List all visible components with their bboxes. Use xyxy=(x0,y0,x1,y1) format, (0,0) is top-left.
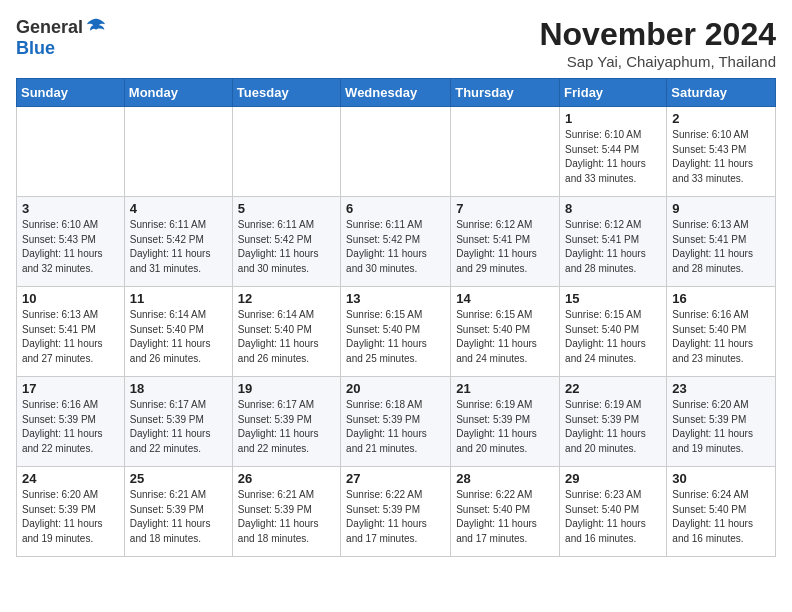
calendar-cell xyxy=(232,107,340,197)
calendar-cell: 4Sunrise: 6:11 AM Sunset: 5:42 PM Daylig… xyxy=(124,197,232,287)
calendar-week-row: 24Sunrise: 6:20 AM Sunset: 5:39 PM Dayli… xyxy=(17,467,776,557)
day-number: 26 xyxy=(238,471,335,486)
day-number: 6 xyxy=(346,201,445,216)
logo-general: General xyxy=(16,17,83,38)
day-info: Sunrise: 6:15 AM Sunset: 5:40 PM Dayligh… xyxy=(565,308,661,366)
calendar-table: SundayMondayTuesdayWednesdayThursdayFrid… xyxy=(16,78,776,557)
calendar-cell: 23Sunrise: 6:20 AM Sunset: 5:39 PM Dayli… xyxy=(667,377,776,467)
calendar-cell: 19Sunrise: 6:17 AM Sunset: 5:39 PM Dayli… xyxy=(232,377,340,467)
calendar-week-row: 1Sunrise: 6:10 AM Sunset: 5:44 PM Daylig… xyxy=(17,107,776,197)
calendar-cell: 29Sunrise: 6:23 AM Sunset: 5:40 PM Dayli… xyxy=(560,467,667,557)
calendar-cell: 6Sunrise: 6:11 AM Sunset: 5:42 PM Daylig… xyxy=(341,197,451,287)
day-number: 20 xyxy=(346,381,445,396)
day-info: Sunrise: 6:14 AM Sunset: 5:40 PM Dayligh… xyxy=(238,308,335,366)
calendar-cell xyxy=(17,107,125,197)
calendar-week-row: 3Sunrise: 6:10 AM Sunset: 5:43 PM Daylig… xyxy=(17,197,776,287)
weekday-header: Thursday xyxy=(451,79,560,107)
logo-bird-icon xyxy=(85,16,107,38)
calendar-cell: 18Sunrise: 6:17 AM Sunset: 5:39 PM Dayli… xyxy=(124,377,232,467)
day-info: Sunrise: 6:12 AM Sunset: 5:41 PM Dayligh… xyxy=(565,218,661,276)
day-info: Sunrise: 6:11 AM Sunset: 5:42 PM Dayligh… xyxy=(346,218,445,276)
day-number: 25 xyxy=(130,471,227,486)
logo: General Blue xyxy=(16,16,107,59)
calendar-header-row: SundayMondayTuesdayWednesdayThursdayFrid… xyxy=(17,79,776,107)
day-number: 22 xyxy=(565,381,661,396)
day-info: Sunrise: 6:22 AM Sunset: 5:40 PM Dayligh… xyxy=(456,488,554,546)
day-info: Sunrise: 6:10 AM Sunset: 5:44 PM Dayligh… xyxy=(565,128,661,186)
day-info: Sunrise: 6:10 AM Sunset: 5:43 PM Dayligh… xyxy=(22,218,119,276)
day-number: 11 xyxy=(130,291,227,306)
weekday-header: Tuesday xyxy=(232,79,340,107)
day-number: 8 xyxy=(565,201,661,216)
weekday-header: Saturday xyxy=(667,79,776,107)
calendar-cell: 24Sunrise: 6:20 AM Sunset: 5:39 PM Dayli… xyxy=(17,467,125,557)
day-info: Sunrise: 6:11 AM Sunset: 5:42 PM Dayligh… xyxy=(130,218,227,276)
day-number: 7 xyxy=(456,201,554,216)
page-header: General Blue November 2024 Sap Yai, Chai… xyxy=(16,16,776,70)
calendar-cell: 7Sunrise: 6:12 AM Sunset: 5:41 PM Daylig… xyxy=(451,197,560,287)
calendar-cell: 3Sunrise: 6:10 AM Sunset: 5:43 PM Daylig… xyxy=(17,197,125,287)
day-number: 19 xyxy=(238,381,335,396)
day-info: Sunrise: 6:21 AM Sunset: 5:39 PM Dayligh… xyxy=(130,488,227,546)
calendar-cell: 22Sunrise: 6:19 AM Sunset: 5:39 PM Dayli… xyxy=(560,377,667,467)
calendar-cell: 13Sunrise: 6:15 AM Sunset: 5:40 PM Dayli… xyxy=(341,287,451,377)
calendar-cell: 30Sunrise: 6:24 AM Sunset: 5:40 PM Dayli… xyxy=(667,467,776,557)
day-number: 12 xyxy=(238,291,335,306)
calendar-cell: 25Sunrise: 6:21 AM Sunset: 5:39 PM Dayli… xyxy=(124,467,232,557)
day-number: 5 xyxy=(238,201,335,216)
calendar-cell: 20Sunrise: 6:18 AM Sunset: 5:39 PM Dayli… xyxy=(341,377,451,467)
calendar-cell: 10Sunrise: 6:13 AM Sunset: 5:41 PM Dayli… xyxy=(17,287,125,377)
day-info: Sunrise: 6:24 AM Sunset: 5:40 PM Dayligh… xyxy=(672,488,770,546)
day-number: 14 xyxy=(456,291,554,306)
logo-blue: Blue xyxy=(16,38,55,59)
day-number: 23 xyxy=(672,381,770,396)
calendar-subtitle: Sap Yai, Chaiyaphum, Thailand xyxy=(539,53,776,70)
day-number: 10 xyxy=(22,291,119,306)
calendar-title: November 2024 xyxy=(539,16,776,53)
day-number: 16 xyxy=(672,291,770,306)
day-info: Sunrise: 6:11 AM Sunset: 5:42 PM Dayligh… xyxy=(238,218,335,276)
calendar-cell: 17Sunrise: 6:16 AM Sunset: 5:39 PM Dayli… xyxy=(17,377,125,467)
calendar-cell xyxy=(341,107,451,197)
calendar-cell: 15Sunrise: 6:15 AM Sunset: 5:40 PM Dayli… xyxy=(560,287,667,377)
day-info: Sunrise: 6:23 AM Sunset: 5:40 PM Dayligh… xyxy=(565,488,661,546)
day-number: 4 xyxy=(130,201,227,216)
day-number: 2 xyxy=(672,111,770,126)
weekday-header: Sunday xyxy=(17,79,125,107)
day-info: Sunrise: 6:19 AM Sunset: 5:39 PM Dayligh… xyxy=(456,398,554,456)
day-info: Sunrise: 6:20 AM Sunset: 5:39 PM Dayligh… xyxy=(672,398,770,456)
calendar-cell: 28Sunrise: 6:22 AM Sunset: 5:40 PM Dayli… xyxy=(451,467,560,557)
day-info: Sunrise: 6:15 AM Sunset: 5:40 PM Dayligh… xyxy=(456,308,554,366)
day-number: 18 xyxy=(130,381,227,396)
calendar-cell xyxy=(451,107,560,197)
day-info: Sunrise: 6:13 AM Sunset: 5:41 PM Dayligh… xyxy=(672,218,770,276)
calendar-cell: 8Sunrise: 6:12 AM Sunset: 5:41 PM Daylig… xyxy=(560,197,667,287)
day-number: 28 xyxy=(456,471,554,486)
day-info: Sunrise: 6:14 AM Sunset: 5:40 PM Dayligh… xyxy=(130,308,227,366)
day-number: 21 xyxy=(456,381,554,396)
calendar-cell: 9Sunrise: 6:13 AM Sunset: 5:41 PM Daylig… xyxy=(667,197,776,287)
day-info: Sunrise: 6:15 AM Sunset: 5:40 PM Dayligh… xyxy=(346,308,445,366)
calendar-cell: 14Sunrise: 6:15 AM Sunset: 5:40 PM Dayli… xyxy=(451,287,560,377)
calendar-cell: 5Sunrise: 6:11 AM Sunset: 5:42 PM Daylig… xyxy=(232,197,340,287)
calendar-cell: 21Sunrise: 6:19 AM Sunset: 5:39 PM Dayli… xyxy=(451,377,560,467)
day-number: 24 xyxy=(22,471,119,486)
weekday-header: Monday xyxy=(124,79,232,107)
day-number: 1 xyxy=(565,111,661,126)
day-info: Sunrise: 6:18 AM Sunset: 5:39 PM Dayligh… xyxy=(346,398,445,456)
weekday-header: Wednesday xyxy=(341,79,451,107)
day-number: 15 xyxy=(565,291,661,306)
calendar-week-row: 10Sunrise: 6:13 AM Sunset: 5:41 PM Dayli… xyxy=(17,287,776,377)
calendar-cell: 1Sunrise: 6:10 AM Sunset: 5:44 PM Daylig… xyxy=(560,107,667,197)
calendar-cell: 11Sunrise: 6:14 AM Sunset: 5:40 PM Dayli… xyxy=(124,287,232,377)
calendar-cell xyxy=(124,107,232,197)
day-info: Sunrise: 6:17 AM Sunset: 5:39 PM Dayligh… xyxy=(130,398,227,456)
day-number: 3 xyxy=(22,201,119,216)
day-info: Sunrise: 6:22 AM Sunset: 5:39 PM Dayligh… xyxy=(346,488,445,546)
day-info: Sunrise: 6:19 AM Sunset: 5:39 PM Dayligh… xyxy=(565,398,661,456)
day-number: 17 xyxy=(22,381,119,396)
day-number: 9 xyxy=(672,201,770,216)
day-info: Sunrise: 6:12 AM Sunset: 5:41 PM Dayligh… xyxy=(456,218,554,276)
day-info: Sunrise: 6:10 AM Sunset: 5:43 PM Dayligh… xyxy=(672,128,770,186)
weekday-header: Friday xyxy=(560,79,667,107)
